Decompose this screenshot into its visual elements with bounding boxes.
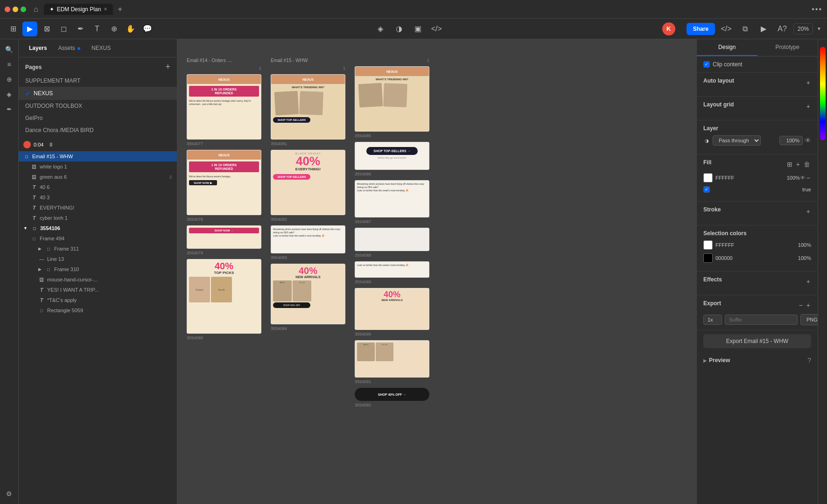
layer-tc-apply[interactable]: T *T&C's apply (34, 295, 177, 305)
pause-recording-button[interactable]: ⏸ (48, 141, 54, 148)
email-frame-3554086[interactable]: SHOP TOP-SELLERS → 'before they go out o… (355, 142, 429, 170)
preview-expand-icon[interactable]: ▶ (703, 358, 707, 363)
comment-tool[interactable]: 💬 (140, 21, 155, 36)
email-frame-3554092[interactable]: SHOP 40% OFF → (355, 388, 429, 401)
present-btn[interactable]: ⧉ (737, 21, 752, 36)
tab-design[interactable]: Design (697, 39, 757, 56)
layer-mouse-cursor[interactable]: 🖼 mouse-hand-cursor-... (34, 274, 177, 285)
layer-visibility-icon[interactable]: ⊻ (169, 175, 172, 180)
opacity-visibility-icon[interactable]: 👁 (805, 137, 811, 144)
tab-prototype[interactable]: Prototype (757, 39, 818, 56)
layer-yes-trip[interactable]: T YES! I WANT A TRIP... (34, 285, 177, 295)
opacity-input[interactable] (779, 136, 803, 145)
components-icon[interactable]: ⊕ (3, 73, 16, 86)
email-frame-3554085[interactable]: NEXUS WHAT'S TRENDING RN? (355, 66, 429, 132)
email-frame-3554090[interactable]: 40% NEW ARRIVALS (355, 288, 429, 330)
tab-edm-design[interactable]: ✦ EDM Design Plan ✕ (44, 4, 113, 15)
email-frame-3554084[interactable]: 40% NEW ARRIVALS APEX Pre-W SHOP 40% OFF (271, 264, 345, 324)
color-gradient-strip[interactable] (820, 47, 826, 140)
layer-40-6[interactable]: T 40 6 (26, 182, 177, 192)
email-frame-3554080[interactable]: 40% TOP PICKS Protein Pre-W (187, 259, 261, 334)
blend-mode-select[interactable]: Pass through (713, 135, 761, 146)
email-frame-3554089[interactable]: Look no further than this week's most tr… (355, 261, 429, 278)
accessibility-btn[interactable]: A? (775, 21, 790, 36)
fill-color-swatch[interactable] (703, 173, 713, 182)
export-format-select[interactable]: PNG (800, 314, 818, 325)
fill-minus-button[interactable]: − (806, 173, 811, 182)
tab-close-button[interactable]: ✕ (104, 7, 107, 12)
layer-40-3[interactable]: T 40 3 (26, 192, 177, 203)
maximize-traffic-light[interactable] (21, 7, 26, 12)
code-btn[interactable]: </> (429, 21, 444, 36)
layer-3554106[interactable]: ▼ □ 3554106 (19, 223, 177, 233)
text-tool[interactable]: T (90, 21, 105, 36)
remove-export-button[interactable]: − (798, 301, 804, 310)
plugins-btn[interactable]: ◈ (373, 21, 388, 36)
email-frame-3554078[interactable]: NEXUS 1 IN 10 ORDERSREFUNDED We've taken… (187, 150, 261, 215)
add-stroke-button[interactable]: + (806, 207, 811, 216)
page-gelpro[interactable]: GelPro (19, 112, 177, 124)
email-frame-3554081[interactable]: NEXUS WHAT'S TRENDING RN? SHOP TOP-SELLE… (271, 74, 345, 140)
export-main-button[interactable]: Export Email #15 - WHW (703, 334, 811, 348)
code-view-btn[interactable]: </> (719, 21, 734, 36)
export-scale-input[interactable] (703, 315, 722, 325)
layer-email15[interactable]: □ Email #15 - WHW (19, 151, 177, 161)
add-export-button[interactable]: + (806, 301, 811, 310)
theme-btn[interactable]: ◑ (392, 21, 406, 36)
show-in-exports-checkbox[interactable]: ✓ (703, 186, 710, 193)
email-frame-3554087[interactable]: Wondering which products have been flyin… (355, 180, 429, 217)
email-frame-3554088[interactable] (355, 228, 429, 251)
email-frame-3554083[interactable]: Wondering which products have been flyin… (271, 225, 345, 253)
more-options-button[interactable]: ••• (812, 5, 822, 14)
clip-content-checkbox[interactable]: ✓ (703, 61, 710, 68)
expand-arrow[interactable]: ▶ (38, 267, 42, 272)
play-btn[interactable]: ▶ (756, 21, 771, 36)
email-frame-3554091[interactable]: APEX Pre-W (355, 340, 429, 378)
layer-everything[interactable]: T EVERYTHING! (26, 203, 177, 213)
zoom-control[interactable]: 20% (793, 23, 813, 35)
page-dance-chora[interactable]: Dance Chora /MEDIA BIRD (19, 124, 177, 136)
email-frame-3554079[interactable]: SHOP NOW → (187, 225, 261, 249)
fill-layout-icon[interactable]: ⊞ (786, 160, 793, 169)
select-tool[interactable]: ▶ (22, 21, 37, 36)
email-frame-3554077[interactable]: NEXUS 1 IN 10 ORDERSREFUNDED We've taken… (187, 74, 261, 140)
close-traffic-light[interactable] (5, 7, 10, 12)
component-set-btn[interactable]: ▣ (410, 21, 425, 36)
layer-white-logo-1[interactable]: 🖼 white logo 1 (26, 161, 177, 172)
add-fill-button[interactable]: + (795, 160, 801, 169)
page-nexus[interactable]: ✓ NEXUS (19, 87, 177, 100)
settings-strip-icon[interactable]: ⚙ (3, 487, 16, 500)
selection-color-swatch-1[interactable] (703, 240, 713, 250)
grid-tool[interactable]: ⊞ (6, 21, 21, 36)
page-supplement-mart[interactable]: SUPPLEMENT MART (19, 75, 177, 87)
tab-assets[interactable]: Assets (54, 43, 85, 53)
expand-arrow[interactable]: ▶ (38, 246, 42, 251)
pen-tool[interactable]: ✒ (73, 21, 88, 36)
search-icon[interactable]: 🔍 (3, 43, 16, 56)
zoom-dropdown-arrow[interactable]: ▼ (817, 26, 821, 31)
share-button[interactable]: Share (687, 23, 715, 35)
new-tab-button[interactable]: + (118, 5, 122, 14)
add-page-button[interactable]: + (165, 62, 170, 72)
canvas-area[interactable]: Email #14 - Orders .... 1 NEXUS 1 IN 10 … (177, 39, 696, 504)
add-effect-button[interactable]: + (806, 277, 811, 286)
export-suffix-input[interactable] (725, 315, 798, 325)
shape-tool[interactable]: ◻ (56, 21, 71, 36)
selection-color-swatch-2[interactable] (703, 253, 713, 263)
layer-green-aus-6[interactable]: 🖼 green aus 6 ⊻ (26, 172, 177, 182)
tab-layers[interactable]: Layers (24, 43, 52, 53)
layers-icon[interactable]: ≡ (3, 58, 16, 71)
layer-frame-494[interactable]: □ Frame 494 (26, 233, 177, 244)
user-avatar[interactable]: K (662, 22, 675, 35)
layer-frame-311[interactable]: ▶ □ Frame 311 (34, 244, 177, 254)
tab-nexus[interactable]: NEXUS (87, 43, 115, 53)
layer-cyber-lonh[interactable]: T cyber lonh 1 (26, 213, 177, 223)
pen-strip-icon[interactable]: ✒ (3, 103, 16, 116)
component-tool[interactable]: ⊕ (106, 21, 121, 36)
email-frame-3554082[interactable]: BLACK FRIDAY 40% EVERYTHING! SHOP TOP-SE… (271, 150, 345, 215)
layer-line-13[interactable]: — Line 13 (34, 254, 177, 264)
plugins-strip-icon[interactable]: ◈ (3, 88, 16, 101)
hand-tool[interactable]: ✋ (123, 21, 138, 36)
page-outdoor-toolbox[interactable]: OUTDOOR TOOLBOX (19, 100, 177, 112)
home-button[interactable]: ⌂ (34, 5, 38, 14)
